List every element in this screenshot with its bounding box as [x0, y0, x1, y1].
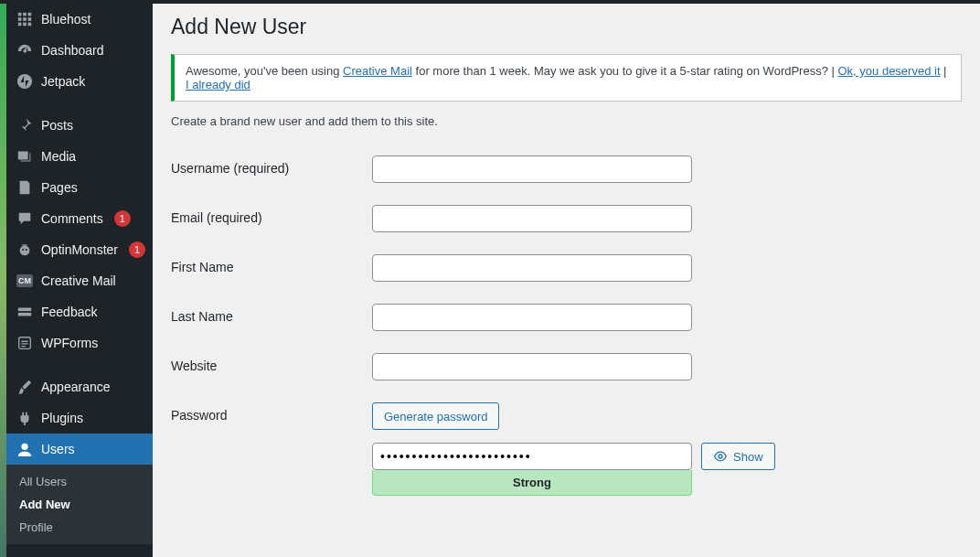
username-label: Username (required)	[171, 145, 372, 194]
username-input[interactable]	[372, 155, 692, 183]
sidebar-item-label: Dashboard	[41, 43, 104, 58]
page-description: Create a brand new user and add them to …	[171, 114, 962, 128]
sidebar-sub-add-new[interactable]: Add New	[6, 493, 153, 516]
media-icon	[16, 147, 34, 166]
sidebar-item-label: Bluehost	[41, 12, 91, 27]
svg-rect-19	[19, 337, 31, 349]
notice-sep: |	[941, 64, 947, 78]
main-content: Add New User Awesome, you've been using …	[153, 0, 980, 557]
sidebar-item-appearance[interactable]: Appearance	[6, 371, 153, 402]
sidebar-item-plugins[interactable]: Plugins	[6, 402, 153, 434]
window-gutter	[0, 0, 6, 557]
website-input[interactable]	[372, 353, 692, 380]
svg-rect-9	[28, 17, 32, 21]
sidebar-item-pages[interactable]: Pages	[6, 172, 153, 203]
sidebar-item-posts[interactable]: Posts	[6, 110, 153, 141]
svg-rect-7	[18, 17, 22, 21]
optinmonster-count-badge: 1	[129, 241, 145, 258]
sidebar-item-label: Media	[41, 149, 76, 164]
svg-rect-17	[18, 308, 31, 312]
show-password-button[interactable]: Show	[701, 443, 775, 470]
page-icon	[16, 178, 34, 197]
sidebar-item-label: Creative Mail	[41, 273, 116, 288]
svg-rect-11	[23, 23, 27, 27]
topbar-new[interactable]: New	[205, 0, 263, 4]
wpforms-icon	[16, 334, 34, 352]
pin-icon	[16, 116, 34, 134]
creative-mail-icon: CM	[16, 272, 34, 290]
notice-link-ok[interactable]: Ok, you deserved it	[838, 64, 941, 78]
sidebar-item-optinmonster[interactable]: OptinMonster 1	[6, 234, 153, 265]
svg-rect-12	[28, 23, 32, 27]
sidebar-item-dashboard[interactable]: Dashboard	[6, 35, 153, 66]
email-input[interactable]	[372, 205, 692, 232]
admin-sidebar: Bluehost Dashboard Jetpack Posts Media P…	[6, 0, 153, 557]
svg-point-20	[21, 444, 27, 450]
notice-text-mid: for more than 1 week. May we ask you to …	[412, 64, 838, 78]
plug-icon	[16, 409, 34, 427]
eye-icon	[713, 449, 728, 464]
svg-point-21	[719, 455, 722, 458]
sidebar-item-jetpack[interactable]: Jetpack	[6, 66, 153, 97]
sidebar-item-label: Feedback	[41, 305, 97, 319]
brush-icon	[16, 378, 34, 396]
first-name-input[interactable]	[372, 254, 692, 282]
svg-rect-10	[18, 23, 22, 27]
topbar-comments[interactable]	[176, 0, 205, 4]
svg-rect-5	[23, 13, 27, 16]
first-name-label: First Name	[171, 243, 372, 293]
svg-point-14	[20, 246, 30, 256]
sidebar-item-label: OptinMonster	[41, 242, 118, 257]
page-title: Add New User	[171, 15, 962, 39]
user-icon	[16, 440, 34, 458]
topbar-help[interactable]: Need help?	[491, 0, 567, 4]
grid-icon	[16, 10, 34, 28]
sidebar-item-creative-mail[interactable]: CM Creative Mail	[6, 265, 153, 296]
sidebar-item-comments[interactable]: Comments 1	[6, 203, 153, 234]
last-name-input[interactable]	[372, 304, 692, 331]
topbar-wpforms[interactable]: WPForms1	[398, 0, 491, 4]
sidebar-item-label: Users	[41, 442, 75, 456]
add-user-form: Username (required) Email (required) Fir…	[171, 145, 962, 507]
feedback-icon	[16, 303, 34, 321]
password-label: Password	[171, 391, 372, 507]
notice-text-pre: Awesome, you've been using	[186, 64, 343, 78]
gauge-icon	[16, 41, 34, 59]
notice-link-already[interactable]: I already did	[186, 78, 250, 91]
svg-point-13	[17, 74, 32, 89]
comment-icon	[16, 209, 34, 228]
optinmonster-icon	[16, 241, 34, 259]
svg-rect-4	[18, 13, 22, 16]
rating-notice: Awesome, you've been using Creative Mail…	[171, 54, 962, 102]
sidebar-sub-all-users[interactable]: All Users	[6, 470, 153, 493]
svg-rect-8	[23, 17, 27, 21]
password-input[interactable]	[372, 443, 692, 470]
sidebar-item-label: Plugins	[41, 411, 83, 425]
sidebar-item-label: Pages	[41, 180, 78, 195]
sidebar-sub-profile[interactable]: Profile	[6, 516, 153, 539]
svg-point-15	[22, 249, 24, 251]
sidebar-item-label: WPForms	[41, 336, 98, 350]
topbar-insights[interactable]: Insights	[322, 0, 398, 4]
svg-rect-18	[18, 313, 31, 316]
last-name-label: Last Name	[171, 293, 372, 342]
sidebar-item-wpforms[interactable]: WPForms	[6, 327, 153, 359]
comments-count-badge: 1	[114, 210, 131, 227]
sidebar-item-feedback[interactable]: Feedback	[6, 296, 153, 327]
sidebar-users-submenu: All Users Add New Profile	[6, 465, 153, 544]
sidebar-item-users[interactable]: Users	[6, 434, 153, 465]
sidebar-item-bluehost[interactable]: Bluehost	[6, 4, 153, 35]
generate-password-button[interactable]: Generate password	[372, 402, 499, 430]
topbar-caching[interactable]: Caching	[263, 0, 322, 4]
sidebar-item-media[interactable]: Media	[6, 141, 153, 172]
email-label: Email (required)	[171, 194, 372, 243]
sidebar-item-label: Jetpack	[41, 74, 85, 89]
jetpack-icon	[16, 72, 34, 91]
sidebar-item-label: Appearance	[41, 380, 111, 394]
website-label: Website	[171, 342, 372, 391]
notice-link-creative-mail[interactable]: Creative Mail	[343, 64, 412, 78]
svg-rect-6	[28, 13, 32, 16]
password-strength-indicator: Strong	[372, 470, 692, 496]
sidebar-item-label: Comments	[41, 211, 103, 226]
svg-point-16	[26, 249, 27, 251]
